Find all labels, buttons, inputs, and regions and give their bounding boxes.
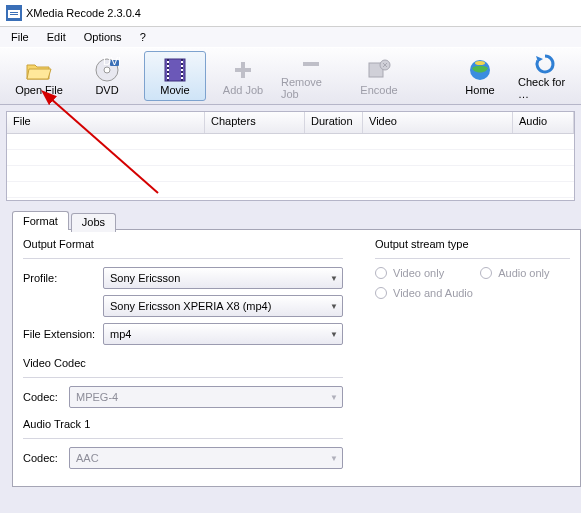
ext-label: File Extension:	[23, 328, 103, 340]
format-panel: Output Format Profile: Sony Ericsson ▼ S…	[12, 229, 581, 487]
video-codec-label: Video Codec	[23, 357, 343, 369]
profile-label: Profile:	[23, 272, 103, 284]
svg-rect-24	[303, 62, 319, 66]
col-audio[interactable]: Audio	[513, 112, 574, 133]
encode-button[interactable]: Encode	[348, 51, 410, 101]
svg-point-6	[104, 67, 110, 73]
check-update-button[interactable]: Check for …	[517, 51, 573, 101]
audio-track-label: Audio Track 1	[23, 418, 343, 430]
acodec-select: AAC ▼	[69, 447, 343, 469]
svg-point-28	[475, 61, 485, 65]
chevron-down-icon: ▼	[330, 302, 338, 311]
svg-rect-3	[10, 12, 18, 13]
svg-rect-12	[167, 61, 169, 63]
radio-audio-only: Audio only	[480, 267, 549, 279]
open-file-button[interactable]: Open File	[8, 51, 70, 101]
model-select[interactable]: Sony Ericsson XPERIA X8 (mp4) ▼	[103, 295, 343, 317]
acodec-label: Codec:	[23, 452, 69, 464]
chevron-down-icon: ▼	[330, 393, 338, 402]
video-only-label: Video only	[393, 267, 444, 279]
file-table-area: File Chapters Duration Video Audio	[0, 105, 581, 203]
titlebar: XMedia Recode 2.3.0.4	[0, 0, 581, 27]
open-file-label: Open File	[15, 84, 63, 96]
dvd-button[interactable]: DVD DVD	[76, 51, 138, 101]
stream-type-label: Output stream type	[375, 238, 570, 250]
movie-button[interactable]: Movie	[144, 51, 206, 101]
file-table[interactable]: File Chapters Duration Video Audio	[6, 111, 575, 201]
svg-rect-14	[167, 69, 169, 71]
table-row	[7, 134, 574, 150]
folder-open-icon	[25, 56, 53, 84]
svg-rect-19	[181, 69, 183, 71]
table-header: File Chapters Duration Video Audio	[7, 112, 574, 134]
tab-format[interactable]: Format	[12, 211, 69, 230]
vcodec-label: Codec:	[23, 391, 69, 403]
menu-help[interactable]: ?	[133, 29, 153, 45]
menubar: File Edit Options ?	[0, 27, 581, 47]
add-job-button[interactable]: Add Job	[212, 51, 274, 101]
chevron-down-icon: ▼	[330, 454, 338, 463]
home-button[interactable]: Home	[449, 51, 511, 101]
svg-rect-15	[167, 73, 169, 75]
globe-icon	[468, 56, 492, 84]
svg-rect-4	[10, 14, 18, 15]
profile-value: Sony Ericsson	[110, 272, 180, 284]
tab-jobs[interactable]: Jobs	[71, 213, 116, 232]
col-duration[interactable]: Duration	[305, 112, 363, 133]
table-row	[7, 150, 574, 166]
model-value: Sony Ericsson XPERIA X8 (mp4)	[110, 300, 271, 312]
film-icon	[163, 56, 187, 84]
check-label: Check for …	[518, 76, 572, 100]
radio-video-audio: Video and Audio	[375, 287, 570, 299]
encode-label: Encode	[360, 84, 397, 96]
table-row	[7, 166, 574, 182]
menu-file[interactable]: File	[4, 29, 36, 45]
dvd-label: DVD	[95, 84, 118, 96]
tabstrip: Format Jobs	[12, 211, 581, 230]
svg-rect-2	[8, 8, 20, 10]
app-icon	[6, 5, 22, 21]
remove-job-button[interactable]: Remove Job	[280, 51, 342, 101]
encode-icon	[367, 56, 391, 84]
svg-rect-18	[181, 65, 183, 67]
svg-rect-23	[235, 68, 251, 72]
menu-options[interactable]: Options	[77, 29, 129, 45]
toolbar: Open File DVD DVD Movie Add Job Remove J…	[0, 47, 581, 105]
menu-edit[interactable]: Edit	[40, 29, 73, 45]
chevron-down-icon: ▼	[330, 330, 338, 339]
vcodec-select: MPEG-4 ▼	[69, 386, 343, 408]
svg-rect-21	[181, 77, 183, 79]
tabs-area: Format Jobs Output Format Profile: Sony …	[0, 203, 581, 487]
video-audio-label: Video and Audio	[393, 287, 473, 299]
vcodec-value: MPEG-4	[76, 391, 118, 403]
window-title: XMedia Recode 2.3.0.4	[26, 7, 141, 19]
plus-icon	[232, 56, 254, 84]
movie-label: Movie	[160, 84, 189, 96]
ext-select[interactable]: mp4 ▼	[103, 323, 343, 345]
profile-select[interactable]: Sony Ericsson ▼	[103, 267, 343, 289]
svg-rect-13	[167, 65, 169, 67]
svg-rect-20	[181, 73, 183, 75]
svg-text:DVD: DVD	[103, 57, 120, 67]
remove-job-label: Remove Job	[281, 76, 341, 100]
col-file[interactable]: File	[7, 112, 205, 133]
table-row	[7, 182, 574, 198]
radio-icon	[375, 267, 387, 279]
svg-rect-17	[181, 61, 183, 63]
ext-value: mp4	[110, 328, 131, 340]
radio-icon	[375, 287, 387, 299]
radio-video-only: Video only	[375, 267, 444, 279]
home-label: Home	[465, 84, 494, 96]
minus-icon	[300, 52, 322, 76]
radio-icon	[480, 267, 492, 279]
refresh-icon	[533, 52, 557, 76]
svg-rect-16	[167, 77, 169, 79]
col-video[interactable]: Video	[363, 112, 513, 133]
audio-only-label: Audio only	[498, 267, 549, 279]
acodec-value: AAC	[76, 452, 99, 464]
disc-icon: DVD	[94, 56, 120, 84]
chevron-down-icon: ▼	[330, 274, 338, 283]
col-chapters[interactable]: Chapters	[205, 112, 305, 133]
output-format-label: Output Format	[23, 238, 343, 250]
add-job-label: Add Job	[223, 84, 263, 96]
